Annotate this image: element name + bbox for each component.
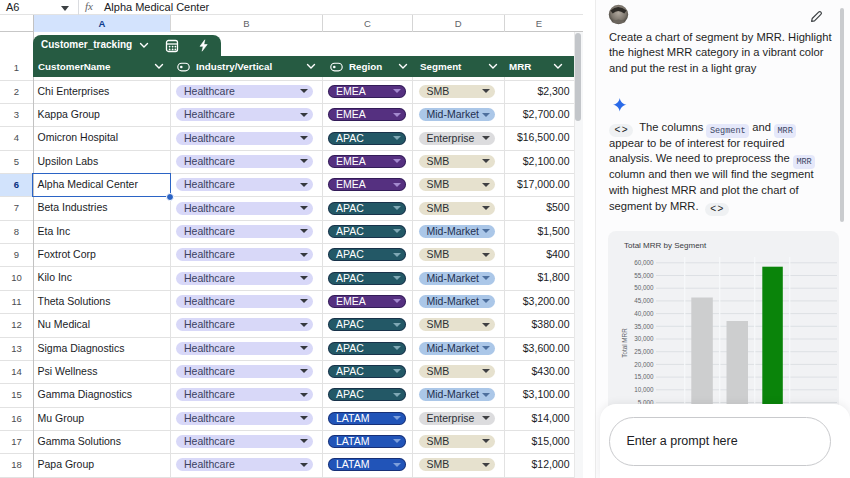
svg-text:45,000: 45,000 <box>634 297 654 304</box>
svg-text:20,000: 20,000 <box>634 360 654 367</box>
svg-text:30,000: 30,000 <box>634 335 654 342</box>
svg-text:55,000: 55,000 <box>634 271 654 278</box>
svg-text:50,000: 50,000 <box>634 284 654 291</box>
svg-text:35,000: 35,000 <box>634 322 654 329</box>
svg-text:60,000: 60,000 <box>634 259 654 266</box>
svg-text:15,000: 15,000 <box>634 373 654 380</box>
svg-text:10,000: 10,000 <box>634 386 654 393</box>
svg-text:Total MRR: Total MRR <box>621 327 628 357</box>
svg-text:Total MRR by Segment: Total MRR by Segment <box>624 241 707 250</box>
svg-text:40,000: 40,000 <box>634 309 654 316</box>
svg-text:25,000: 25,000 <box>634 347 654 354</box>
